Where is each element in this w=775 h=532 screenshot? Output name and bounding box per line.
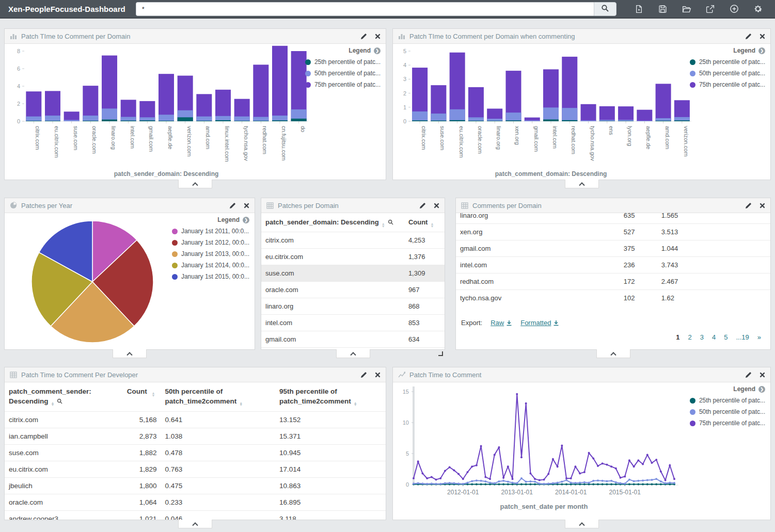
table-cell[interactable]: 375 bbox=[620, 240, 657, 257]
table-row[interactable]: gmail.com3751.044 bbox=[456, 240, 770, 257]
legend-toggle[interactable]: Legend❯ bbox=[172, 216, 249, 223]
close-icon[interactable] bbox=[375, 372, 381, 378]
table-cell[interactable]: 13.152 bbox=[275, 411, 386, 428]
sort-icon[interactable]: ▲▼ bbox=[152, 392, 155, 397]
table-row[interactable]: linaro.org868 bbox=[261, 298, 445, 315]
export-formatted-link[interactable]: Formatted bbox=[520, 319, 559, 327]
load-icon[interactable] bbox=[682, 4, 691, 14]
table-cell[interactable]: 635 bbox=[620, 213, 657, 224]
table-cell[interactable]: 1,064 bbox=[123, 494, 161, 510]
table-row[interactable]: xen.org5273.513 bbox=[456, 224, 770, 240]
table-cell[interactable]: aepfle.de bbox=[261, 348, 404, 349]
legend-item[interactable]: 50th percentile of patc... bbox=[690, 70, 765, 77]
table-cell[interactable]: eu.citrix.com bbox=[261, 249, 404, 265]
close-icon[interactable] bbox=[760, 34, 765, 39]
table-row[interactable]: intel.com2363.743 bbox=[456, 257, 770, 273]
table-cell[interactable]: 1.038 bbox=[161, 428, 275, 444]
sort-icon[interactable]: ▲▼ bbox=[430, 223, 434, 228]
close-icon[interactable] bbox=[760, 203, 765, 208]
table-row[interactable]: andrew.cooper31,0210.0463.118 bbox=[5, 510, 386, 520]
share-icon[interactable] bbox=[705, 4, 715, 14]
table-row[interactable]: ian.campbell2,8731.03815.371 bbox=[5, 428, 386, 444]
column-header-domain[interactable]: patch_sender_domain: Descending▲▼ bbox=[261, 213, 404, 232]
legend-item[interactable]: 25th percentile of patc... bbox=[690, 58, 765, 66]
table-cell[interactable]: 1,021 bbox=[123, 510, 161, 520]
table-cell[interactable]: intel.com bbox=[261, 315, 404, 331]
table-cell[interactable]: 1,376 bbox=[404, 249, 445, 265]
table-cell[interactable]: redhat.com bbox=[456, 273, 620, 290]
table-cell[interactable]: 2.467 bbox=[657, 273, 770, 290]
table-cell[interactable]: citrix.com bbox=[5, 411, 123, 428]
sort-icon[interactable]: ▲▼ bbox=[51, 402, 55, 407]
close-icon[interactable] bbox=[760, 372, 765, 378]
table-cell[interactable]: eu.citrix.com bbox=[5, 461, 123, 477]
table-row[interactable]: intel.com853 bbox=[261, 315, 445, 331]
sort-icon[interactable]: ▲▼ bbox=[354, 402, 357, 407]
table-cell[interactable]: 3.743 bbox=[657, 257, 770, 273]
edit-icon[interactable] bbox=[360, 372, 367, 378]
table-cell[interactable]: linaro.org bbox=[456, 213, 620, 224]
table-cell[interactable]: ian.campbell bbox=[5, 428, 123, 444]
collapse-panel-button[interactable] bbox=[336, 349, 370, 358]
table-cell[interactable]: 3.513 bbox=[657, 224, 770, 240]
table-cell[interactable]: 16.895 bbox=[275, 494, 386, 510]
collapse-panel-button[interactable] bbox=[113, 349, 147, 358]
save-icon[interactable] bbox=[658, 4, 668, 14]
column-header-50th[interactable]: 50th percentile of patch_time2comment▲▼ bbox=[161, 382, 275, 411]
collapse-panel-button[interactable] bbox=[178, 180, 212, 188]
table-cell[interactable]: 5,168 bbox=[123, 411, 161, 428]
table-cell[interactable]: 0.233 bbox=[161, 494, 275, 510]
table-row[interactable]: oracle.com967 bbox=[261, 282, 445, 298]
table-cell[interactable]: 10.863 bbox=[275, 477, 386, 494]
table-cell[interactable]: 1.565 bbox=[657, 213, 770, 224]
legend-toggle[interactable]: Legend❯ bbox=[690, 385, 765, 393]
search-button[interactable] bbox=[594, 2, 616, 16]
table-cell[interactable]: andrew.cooper3 bbox=[5, 510, 123, 520]
table-cell[interactable]: 853 bbox=[404, 315, 445, 331]
legend-item[interactable]: January 1st 2012, 00:0... bbox=[172, 239, 249, 246]
table-row[interactable]: suse.com1,309 bbox=[261, 265, 445, 282]
edit-icon[interactable] bbox=[419, 202, 426, 209]
table-cell[interactable]: tycho.nsa.gov bbox=[456, 290, 620, 307]
column-header-count[interactable]: Count▲▼ bbox=[404, 213, 445, 232]
table-cell[interactable]: 4,253 bbox=[404, 232, 445, 249]
table-cell[interactable]: gmail.com bbox=[456, 240, 620, 257]
table-cell[interactable]: 1,309 bbox=[404, 265, 445, 282]
table-cell[interactable]: 15.371 bbox=[275, 428, 386, 444]
scrolled-table-viewport[interactable]: linaro.org6351.565xen.org5273.513gmail.c… bbox=[456, 213, 770, 306]
pagination-item[interactable]: » bbox=[757, 333, 761, 341]
column-search-icon[interactable] bbox=[388, 219, 393, 227]
pagination-item[interactable]: 2 bbox=[688, 333, 692, 341]
table-cell[interactable]: 634 bbox=[404, 331, 445, 348]
table-cell[interactable]: 102 bbox=[620, 290, 657, 307]
legend-item[interactable]: 25th percentile of patc... bbox=[305, 58, 381, 66]
table-cell[interactable]: 172 bbox=[620, 273, 657, 290]
table-cell[interactable]: citrix.com bbox=[261, 232, 404, 249]
table-cell[interactable]: 2,873 bbox=[123, 428, 161, 444]
close-icon[interactable] bbox=[244, 203, 249, 208]
table-cell[interactable]: 1,800 bbox=[123, 477, 161, 494]
legend-item[interactable]: January 1st 2014, 00:0... bbox=[172, 262, 249, 269]
table-row[interactable]: citrix.com5,1680.64113.152 bbox=[5, 411, 386, 428]
pagination-item[interactable]: 1 bbox=[676, 333, 679, 341]
table-cell[interactable]: 236 bbox=[620, 257, 657, 273]
table-cell[interactable]: suse.com bbox=[261, 265, 404, 282]
table-cell[interactable]: gmail.com bbox=[261, 331, 404, 348]
table-row[interactable]: jbeulich1,8000.47510.863 bbox=[5, 477, 386, 494]
pie-chart-canvas[interactable] bbox=[5, 213, 180, 349]
edit-icon[interactable] bbox=[229, 202, 236, 209]
table-cell[interactable]: 1.044 bbox=[657, 240, 770, 257]
legend-item[interactable]: January 1st 2015, 00:0... bbox=[172, 273, 249, 280]
table-cell[interactable]: 0.046 bbox=[161, 510, 275, 520]
resize-handle[interactable] bbox=[438, 351, 443, 356]
table-row[interactable]: linaro.org6351.565 bbox=[456, 213, 770, 224]
column-header-95th[interactable]: 95th percentile of patch_time2comment▲▼ bbox=[275, 382, 386, 411]
table-cell[interactable]: linaro.org bbox=[261, 298, 404, 315]
table-row[interactable]: redhat.com1722.467 bbox=[456, 273, 770, 290]
table-cell[interactable]: oracle.com bbox=[261, 282, 404, 298]
edit-icon[interactable] bbox=[745, 372, 752, 378]
table-row[interactable]: tycho.nsa.gov1021.62 bbox=[456, 290, 770, 307]
table-cell[interactable]: 0.641 bbox=[161, 411, 275, 428]
legend-item[interactable]: 50th percentile of patc... bbox=[305, 70, 381, 77]
legend-item[interactable]: January 1st 2011, 00:0... bbox=[172, 228, 249, 235]
